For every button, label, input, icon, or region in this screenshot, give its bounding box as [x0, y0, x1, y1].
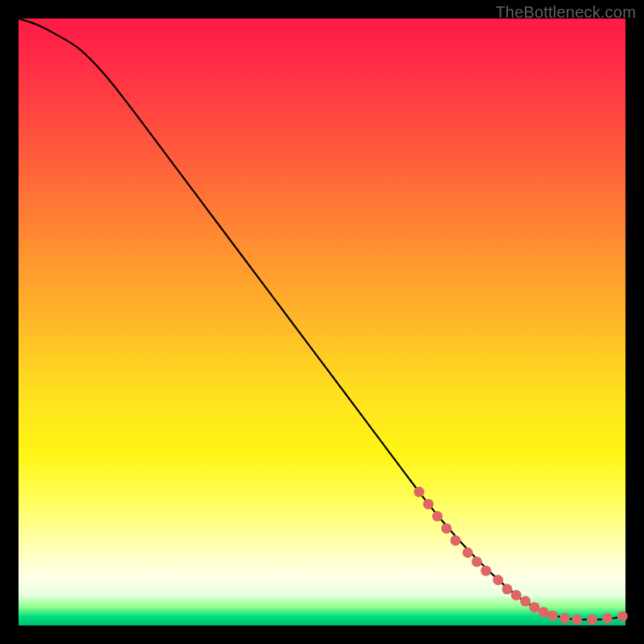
- chart-marker: [493, 575, 503, 585]
- chart-curve: [19, 19, 625, 620]
- chart-marker: [587, 614, 597, 625]
- chart-marker: [539, 607, 549, 617]
- chart-marker: [520, 596, 530, 606]
- chart-marker: [572, 614, 582, 625]
- chart-marker: [602, 613, 613, 624]
- chart-marker: [511, 590, 522, 601]
- chart-marker: [559, 613, 570, 624]
- chart-overlay: [19, 19, 625, 625]
- chart-marker: [472, 556, 482, 567]
- chart-marker: [502, 584, 513, 594]
- chart-marker: [463, 547, 473, 558]
- chart-marker: [450, 535, 460, 546]
- chart-marker: [529, 602, 539, 613]
- chart-marker: [617, 611, 628, 621]
- chart-marker: [481, 566, 491, 576]
- chart-marker: [547, 610, 558, 621]
- chart-stage: TheBottleneck.com: [0, 0, 644, 644]
- chart-marker: [432, 511, 443, 522]
- chart-marker: [414, 487, 424, 497]
- chart-marker: [423, 499, 434, 510]
- chart-marker: [441, 523, 452, 534]
- chart-markers: [414, 487, 628, 625]
